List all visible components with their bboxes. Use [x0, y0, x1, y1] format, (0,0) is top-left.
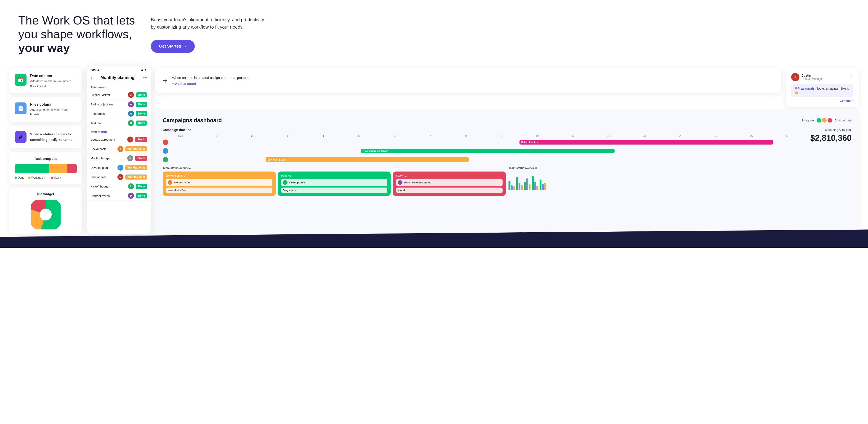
timeline-track-3: Low cost deals [170, 157, 805, 162]
row-name: Kickoff budget [91, 185, 109, 188]
bar-orange-5 [544, 183, 546, 190]
row-right: P Done [128, 193, 147, 199]
status-badge: Working on it [125, 165, 147, 170]
status-badge: Done [136, 193, 147, 198]
get-started-button[interactable]: Get Started → [151, 40, 195, 53]
ts-item: Product listing [166, 179, 272, 186]
bar-group-3 [524, 178, 530, 190]
integrate-label[interactable]: Integrate [802, 119, 814, 122]
working-dot [28, 176, 30, 179]
timeline-track-1: Fall collection [170, 140, 805, 144]
row-left: Test plan [91, 121, 128, 125]
bar-orange-2 [521, 185, 523, 190]
pie-widget-card: Pie widget 55% [9, 188, 82, 234]
bar-blue-4 [534, 182, 536, 190]
dashboard-content: Campaign timeline Dec 1 2 ● 4 5 6 7 8 9 [163, 128, 851, 163]
comment-user: J Justin Product Manager [791, 73, 823, 81]
date-column-text: Date column Add dates to ensure you neve… [30, 74, 77, 88]
bar-chart-section: Team status overview [508, 167, 851, 196]
bar-chart [508, 171, 851, 190]
row-name: Refine objectives [91, 103, 113, 106]
automate-label[interactable]: 7 / Automate [835, 119, 851, 122]
table-row: Kickoff budget L Done [87, 182, 151, 191]
ts-item: Easter promo [281, 179, 388, 186]
legend-done: Done [14, 176, 25, 179]
ts-item-inner: Easter promo [283, 180, 386, 185]
row-left: Kickoff budget [91, 185, 128, 188]
slack-icon: # [19, 133, 22, 141]
hero-title-normal: The Work OS that lets you shape workflow… [18, 14, 135, 41]
row-name: Social posts [91, 147, 106, 151]
row-name: Test plan [91, 121, 102, 125]
table-row: New ad test N Working on it [87, 172, 151, 182]
row-left: Finalize kickoff [91, 93, 128, 97]
mobile-title: Monthly planning [100, 75, 134, 80]
pie-label: 55% [41, 212, 50, 217]
showcase-section: 📅 Date column Add dates to ensure you ne… [0, 68, 868, 234]
row-left: Refine objectives [91, 103, 128, 106]
progress-working [49, 164, 68, 173]
date-11: 11 [555, 135, 591, 137]
slack-icon-container: # [14, 131, 27, 143]
comment-menu-dots[interactable]: ⋮ [849, 73, 854, 78]
mobile-card: 09:41 ▲ ■ ‹ Monthly planning ••• This mo… [87, 66, 151, 234]
row-name: Resources [91, 112, 105, 115]
ts-item: Valentine's Day [166, 188, 272, 193]
row-right: N Working on it [118, 174, 147, 180]
status-badge: Done [136, 111, 147, 116]
row-right: M Done [128, 111, 147, 117]
files-column-card: 📄 Files column Add files to items within… [9, 97, 82, 122]
date-7: 7 [412, 135, 448, 137]
done-label: Done [18, 176, 25, 179]
progress-legend: Done Working on it Stuck [14, 176, 77, 179]
date-10: 10 [520, 135, 555, 137]
ts-avatar [398, 180, 402, 185]
date-9: 9 [484, 135, 520, 137]
date-4: 4 [305, 135, 341, 137]
files-column-title: Files column [30, 103, 77, 107]
comment-action-link[interactable]: Comment [791, 99, 854, 103]
user-avatar: J [791, 73, 800, 81]
timeline-title: Campaign timeline [163, 128, 805, 132]
automation-card: + When an item is created assign creator… [155, 68, 781, 93]
row-avatar: J [128, 92, 134, 98]
date-14: 14 [662, 135, 698, 137]
arr-section: Marketing ARR goal $2,810,360 [810, 128, 851, 163]
team-status-row: Team status overview Working on it / 2 P… [163, 167, 851, 196]
ts-working-items: Product listing Valentine's Day [166, 179, 272, 193]
left-cards-column: 📅 Date column Add dates to ensure you ne… [9, 68, 82, 234]
icon-circle-red [828, 118, 832, 122]
bar-blue-2 [519, 183, 520, 190]
row-name: New ad test [91, 175, 106, 179]
date-dec: Dec [163, 135, 198, 137]
notify-card: # When a status changes to something, no… [9, 125, 82, 148]
mobile-menu-dots[interactable]: ••• [143, 75, 147, 80]
row-avatar: L [128, 183, 134, 189]
date-1: 1 [198, 135, 234, 137]
row-left: Update agreement [91, 138, 127, 141]
bar-green-5 [539, 179, 541, 190]
row-left: Develop plan [91, 166, 118, 169]
team-status-chart-title: Team status overview [163, 167, 506, 170]
user-info: Justin Product Manager [802, 74, 823, 81]
status-badge: Done [136, 102, 147, 107]
row-left: Content review [91, 194, 128, 198]
status-badge: Working on it [125, 146, 147, 151]
hero-section: The Work OS that lets you shape workflow… [0, 0, 868, 64]
user-name: Justin [802, 74, 823, 77]
table-row: Social posts T Working on it [87, 144, 151, 154]
back-button[interactable]: ‹ [91, 75, 92, 80]
ts-item-inner: Product listing [168, 180, 271, 185]
table-row: Update agreement J Stuck [87, 135, 151, 144]
bar-group-5 [539, 179, 546, 190]
ts-stuck-label: Stuck / 1 [396, 174, 502, 177]
hero-left: The Work OS that lets you shape workflow… [18, 14, 137, 55]
pie-title: Pie widget [14, 192, 77, 196]
right-column: + When an item is created assign creator… [155, 68, 859, 234]
stuck-dot [51, 176, 53, 179]
add-to-board-link[interactable]: + Add to board [172, 82, 196, 86]
this-month-label: This month [87, 83, 151, 90]
bar-green-3 [524, 182, 526, 190]
timeline-dates: Dec 1 2 ● 4 5 6 7 8 9 10 11 12 [163, 135, 805, 137]
working-label: Working on it [31, 176, 47, 179]
